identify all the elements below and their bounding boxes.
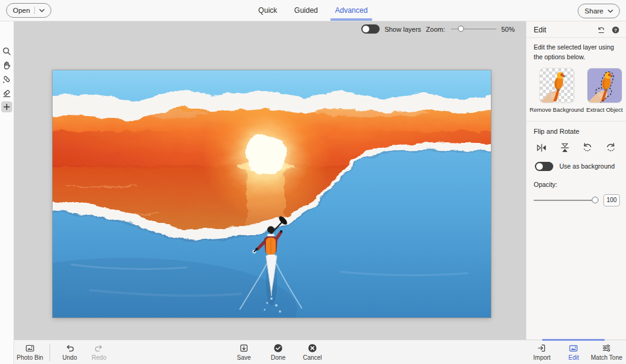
extract-object-action[interactable]: Extract Object bbox=[586, 68, 623, 113]
bottom-left-group: Photo Bin Undo Redo bbox=[15, 343, 114, 362]
photo-bin-icon bbox=[25, 343, 35, 353]
show-layers-label: Show layers bbox=[385, 26, 421, 33]
help-icon[interactable]: ? bbox=[611, 26, 620, 34]
extract-object-label: Extract Object bbox=[586, 106, 623, 113]
undo-label: Undo bbox=[62, 354, 77, 361]
layer-actions: Remove Background Extract Object bbox=[526, 68, 626, 113]
zoom-slider-knob[interactable] bbox=[458, 26, 464, 32]
open-button-label: Open bbox=[13, 7, 30, 14]
opacity-control: 100 bbox=[526, 188, 626, 206]
opacity-slider-knob[interactable] bbox=[592, 197, 598, 203]
eraser-tool-icon[interactable] bbox=[2, 89, 12, 98]
save-icon bbox=[239, 343, 249, 353]
use-as-background-toggle[interactable] bbox=[535, 162, 553, 171]
plus-tool-button[interactable] bbox=[1, 101, 12, 112]
canvas-area: Show layers Zoom: 50% bbox=[14, 21, 526, 340]
svg-text:?: ? bbox=[614, 27, 617, 33]
panel-description: Edit the selected layer using the option… bbox=[526, 38, 626, 62]
done-label: Done bbox=[271, 354, 285, 361]
revert-icon[interactable] bbox=[597, 26, 606, 35]
flip-rotate-label: Flip and Rotate bbox=[526, 122, 626, 135]
opacity-label: Opacity: bbox=[526, 171, 626, 188]
done-icon bbox=[273, 343, 283, 353]
bottom-bar: Photo Bin Undo Redo bbox=[14, 340, 626, 364]
show-layers-toggle[interactable] bbox=[361, 24, 380, 34]
redo-button[interactable]: Redo bbox=[84, 343, 114, 362]
cancel-label: Cancel bbox=[303, 354, 322, 361]
use-as-background-row: Use as background bbox=[526, 153, 626, 171]
photo-bin-label: Photo Bin bbox=[17, 354, 43, 361]
tab-quick[interactable]: Quick bbox=[259, 0, 278, 21]
rotate-left-icon[interactable] bbox=[582, 142, 593, 153]
undo-button[interactable]: Undo bbox=[55, 343, 84, 362]
bird-hand-selected-image bbox=[587, 68, 622, 103]
save-button[interactable]: Save bbox=[229, 343, 259, 362]
flip-horizontal-icon[interactable] bbox=[536, 142, 547, 153]
rotate-right-icon[interactable] bbox=[605, 142, 616, 153]
edit-active-indicator bbox=[542, 339, 605, 341]
extract-object-thumbnail[interactable] bbox=[587, 68, 622, 103]
hand-tool-icon[interactable] bbox=[2, 60, 12, 70]
edit-mode-label: Edit bbox=[569, 354, 579, 361]
undo-icon bbox=[65, 343, 75, 353]
zoom-value: 50% bbox=[501, 26, 520, 33]
edit-mode-button[interactable]: Edit bbox=[559, 343, 588, 362]
open-button[interactable]: Open bbox=[6, 3, 51, 18]
bottom-bar-divider bbox=[50, 344, 50, 361]
plus-tool-icon bbox=[3, 103, 10, 111]
bottom-right-group: Import Edit bbox=[527, 343, 622, 362]
share-button-label: Share bbox=[584, 7, 603, 15]
share-button[interactable]: Share bbox=[578, 4, 620, 18]
zoom-tool-icon[interactable] bbox=[2, 46, 12, 56]
tab-guided-label: Guided bbox=[294, 6, 318, 15]
opacity-value[interactable]: 100 bbox=[603, 194, 620, 206]
chevron-down-icon bbox=[39, 9, 45, 13]
tool-bar bbox=[0, 21, 14, 364]
bottom-center-group: Save Done Cancel bbox=[229, 343, 327, 362]
redo-label: Redo bbox=[92, 354, 106, 361]
top-bar: Open Quick Guided Advanced Share bbox=[0, 0, 626, 21]
match-tone-icon bbox=[602, 343, 611, 353]
import-icon bbox=[537, 343, 547, 353]
remove-background-thumbnail[interactable] bbox=[540, 68, 574, 103]
cancel-button[interactable]: Cancel bbox=[298, 343, 327, 362]
active-tab-underline bbox=[331, 18, 372, 21]
edit-panel: Edit ? Edit the selected layer using the… bbox=[526, 21, 626, 340]
remove-background-label: Remove Background bbox=[529, 106, 584, 113]
chevron-down-icon bbox=[608, 9, 613, 13]
remove-background-action[interactable]: Remove Background bbox=[529, 68, 584, 113]
panel-title: Edit bbox=[534, 26, 597, 34]
import-label: Import bbox=[533, 354, 550, 361]
open-button-divider bbox=[34, 7, 35, 14]
redo-icon bbox=[94, 343, 104, 353]
done-button[interactable]: Done bbox=[263, 343, 293, 362]
zoom-slider[interactable] bbox=[451, 29, 496, 30]
tab-guided[interactable]: Guided bbox=[294, 0, 318, 21]
zoom-label: Zoom: bbox=[426, 26, 445, 33]
photo-editor-app: Open Quick Guided Advanced Share bbox=[0, 0, 626, 364]
edit-icon bbox=[569, 343, 578, 353]
tab-advanced-label: Advanced bbox=[335, 6, 367, 15]
photo-bin-button[interactable]: Photo Bin bbox=[15, 343, 45, 362]
cancel-icon bbox=[307, 343, 317, 353]
edit-panel-header: Edit ? bbox=[526, 21, 626, 38]
canvas-controls: Show layers Zoom: 50% bbox=[361, 24, 520, 34]
mode-tabs: Quick Guided Advanced bbox=[259, 0, 368, 21]
spot-heal-tool-icon[interactable] bbox=[2, 75, 12, 84]
save-label: Save bbox=[237, 354, 251, 361]
import-button[interactable]: Import bbox=[527, 343, 556, 362]
opacity-slider[interactable] bbox=[534, 200, 597, 201]
tab-advanced[interactable]: Advanced bbox=[335, 0, 367, 21]
flip-rotate-controls bbox=[526, 135, 626, 153]
use-as-background-label: Use as background bbox=[559, 162, 614, 170]
tab-quick-label: Quick bbox=[259, 6, 278, 15]
match-tone-button[interactable]: Match Tone bbox=[591, 343, 622, 362]
flip-vertical-icon[interactable] bbox=[559, 142, 570, 153]
match-tone-label: Match Tone bbox=[591, 354, 622, 361]
canvas-image[interactable] bbox=[53, 70, 491, 318]
bird-hand-image bbox=[540, 68, 574, 103]
